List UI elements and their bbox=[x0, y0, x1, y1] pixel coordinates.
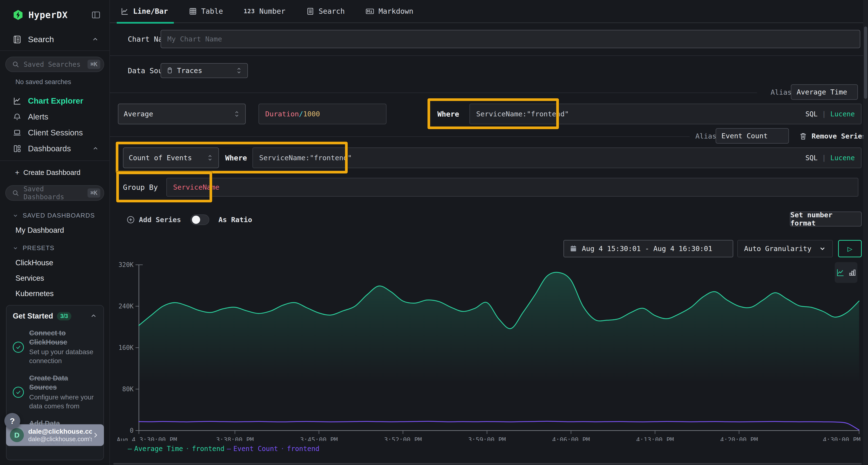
chart-explorer-icon bbox=[12, 97, 22, 105]
legend-item-event-count[interactable]: — Event Count · frontend bbox=[227, 445, 319, 453]
add-series-button[interactable]: Add Series bbox=[126, 213, 181, 227]
svg-text:160K: 160K bbox=[118, 344, 133, 351]
create-dashboard-button[interactable]: + Create Dashboard bbox=[15, 168, 110, 177]
chevron-right-icon bbox=[92, 432, 99, 439]
horizontal-scrollbar[interactable] bbox=[113, 463, 862, 465]
toggle-knob bbox=[192, 215, 200, 224]
shortcut-badge: ⌘K bbox=[88, 60, 100, 69]
get-started-header[interactable]: Get Started 3/3 bbox=[13, 312, 97, 321]
bell-icon bbox=[12, 112, 22, 121]
sql-mode-button[interactable]: SQL bbox=[805, 154, 817, 162]
tab-number[interactable]: 123 Number bbox=[244, 0, 285, 23]
chevron-down-icon bbox=[12, 245, 18, 251]
svg-text:3:38:00 PM: 3:38:00 PM bbox=[216, 436, 254, 441]
chevron-up-icon[interactable] bbox=[92, 36, 99, 43]
scrollbar-thumb[interactable] bbox=[864, 27, 867, 99]
set-number-format-button[interactable]: Set number format bbox=[790, 211, 862, 227]
divider bbox=[110, 93, 757, 93]
tab-label: Markdown bbox=[378, 7, 413, 15]
vertical-scrollbar[interactable] bbox=[863, 0, 868, 465]
sidebar-item-client-sessions[interactable]: Client Sessions bbox=[0, 125, 110, 141]
legend-item-average-time[interactable]: — Average Time · frontend bbox=[128, 445, 224, 453]
sidebar-item-chart-explorer[interactable]: Chart Explorer bbox=[0, 93, 110, 109]
tab-table[interactable]: Table bbox=[189, 0, 223, 23]
select-chevrons-icon bbox=[234, 110, 240, 118]
no-saved-searches-text: No saved searches bbox=[16, 78, 110, 86]
legend-separator: · bbox=[185, 445, 189, 453]
app-root: HyperDX Search Saved Searches ⌘K No save… bbox=[0, 0, 868, 465]
collapse-sidebar-icon[interactable] bbox=[91, 10, 101, 20]
group-by-input[interactable]: ServiceName bbox=[166, 178, 858, 197]
tab-search[interactable]: Search bbox=[306, 0, 345, 23]
get-started-title: Get Started bbox=[13, 312, 53, 321]
section-header-label: PRESETS bbox=[23, 244, 55, 252]
chart-svg[interactable]: 320K240K160K80K0Aug 4 3:30:00 PM3:38:00 … bbox=[110, 248, 868, 441]
help-button[interactable]: ? bbox=[4, 413, 20, 429]
saved-searches-input[interactable]: Saved Searches ⌘K bbox=[5, 57, 104, 72]
tab-markdown[interactable]: Markdown bbox=[366, 0, 413, 23]
sidebar-item-dashboards[interactable]: Dashboards bbox=[0, 141, 110, 157]
legend-separator: · bbox=[280, 445, 284, 453]
tab-line-bar[interactable]: Line/Bar bbox=[121, 0, 168, 23]
data-source-select[interactable]: Traces bbox=[161, 63, 248, 78]
lucene-mode-button[interactable]: Lucene bbox=[830, 154, 855, 162]
sidebar-item-kubernetes[interactable]: Kubernetes bbox=[16, 289, 110, 298]
series1-field-input[interactable]: Duration/1000 bbox=[258, 104, 386, 124]
avatar: D bbox=[10, 428, 24, 442]
user-menu[interactable]: D dale@clickhouse.com dale@clickhouse.co… bbox=[6, 424, 104, 446]
saved-dashboards-section-header[interactable]: SAVED DASHBOARDS bbox=[12, 212, 110, 219]
shortcut-badge: ⌘K bbox=[88, 189, 100, 198]
mode-separator: | bbox=[822, 154, 826, 162]
main-content: Line/Bar Table 123 Number Search Markdow… bbox=[110, 0, 868, 465]
series2-alias-input[interactable]: Event Count bbox=[716, 128, 789, 143]
series1-alias-input[interactable]: Average Time bbox=[791, 84, 858, 100]
create-dashboard-label: Create Dashboard bbox=[23, 169, 81, 176]
sidebar-item-my-dashboard[interactable]: My Dashboard bbox=[16, 226, 110, 235]
task-desc: Configure where your data comes from bbox=[29, 393, 97, 411]
lucene-mode-button[interactable]: Lucene bbox=[830, 110, 855, 118]
sidebar-nav: Chart Explorer Alerts Client Sessions Da… bbox=[0, 93, 110, 157]
sidebar-item-label: Client Sessions bbox=[28, 128, 83, 137]
svg-text:320K: 320K bbox=[118, 261, 133, 268]
add-series-label: Add Series bbox=[139, 215, 181, 224]
series2-where-value: ServiceName:"frontend" bbox=[259, 154, 352, 162]
series1-aggregation-select[interactable]: Average bbox=[118, 104, 246, 124]
presets-section-header[interactable]: PRESETS bbox=[12, 244, 110, 252]
remove-series-button[interactable]: Remove Series bbox=[799, 129, 866, 143]
get-started-task[interactable]: Connect to ClickHouse Set up your databa… bbox=[13, 329, 97, 365]
saved-dashboards-placeholder: Saved Dashboards bbox=[24, 185, 88, 201]
markdown-icon bbox=[366, 7, 374, 15]
legend-service: frontend bbox=[287, 445, 319, 453]
chevron-up-icon[interactable] bbox=[90, 312, 97, 320]
alias-label: Alias bbox=[771, 85, 792, 100]
series1-where-label: Where bbox=[437, 104, 459, 124]
series2-where-input[interactable]: ServiceName:"frontend" SQL | Lucene bbox=[252, 147, 862, 168]
get-started-task[interactable]: Create Data Sources Configure where your… bbox=[13, 374, 97, 410]
sidebar-item-clickhouse[interactable]: ClickHouse bbox=[16, 259, 110, 267]
hyperdx-logo-icon bbox=[12, 9, 24, 21]
chart-name-input[interactable]: My Chart Name bbox=[161, 30, 860, 48]
user-subtext: dale@clickhouse.com's bbox=[28, 435, 92, 443]
sidebar-item-alerts[interactable]: Alerts bbox=[0, 109, 110, 125]
sidebar-divider bbox=[0, 51, 110, 51]
svg-text:4:13:00 PM: 4:13:00 PM bbox=[636, 436, 674, 441]
divider bbox=[110, 136, 689, 137]
as-ratio-toggle[interactable] bbox=[190, 214, 209, 225]
saved-searches-placeholder: Saved Searches bbox=[24, 61, 81, 68]
legend-dash: — bbox=[128, 445, 132, 453]
series1-alias-value: Average Time bbox=[797, 88, 847, 96]
sidebar-item-services[interactable]: Services bbox=[16, 274, 110, 283]
data-source-value: Traces bbox=[177, 66, 202, 75]
sql-mode-button[interactable]: SQL bbox=[805, 110, 817, 118]
chevron-up-icon[interactable] bbox=[92, 145, 99, 152]
saved-dashboards-input[interactable]: Saved Dashboards ⌘K bbox=[5, 185, 104, 201]
legend-label: Average Time bbox=[134, 445, 183, 453]
select-chevrons-icon bbox=[207, 154, 213, 161]
laptop-icon bbox=[12, 128, 22, 137]
chart-legend: — Average Time · frontend — Event Count … bbox=[128, 445, 319, 453]
sidebar-divider bbox=[0, 161, 110, 161]
sidebar-section-search[interactable]: Search bbox=[0, 35, 110, 44]
remove-series-label: Remove Series bbox=[812, 132, 866, 140]
series1-where-input[interactable]: ServiceName:"frontend" SQL | Lucene bbox=[469, 104, 862, 124]
series2-aggregation-select[interactable]: Count of Events bbox=[123, 147, 219, 168]
